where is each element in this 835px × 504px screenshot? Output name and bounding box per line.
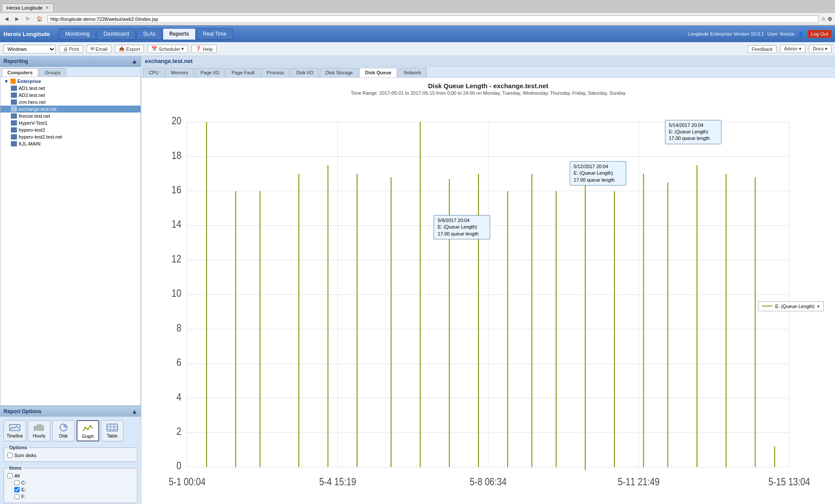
svg-rect-2 [37,425,38,431]
tab-pageio[interactable]: Page I/O [195,68,225,77]
tab-pagefault[interactable]: Page Fault [226,68,260,77]
tab-dashboard[interactable]: Dashboard [97,28,136,40]
graph-icon [82,423,94,433]
star-icon[interactable]: ☆ [821,16,826,22]
computer-list-inner: ▼ Enterprise AD1.test.net AD2.test.net c… [0,77,140,148]
graph-button[interactable]: Graph [77,420,99,441]
scheduler-button[interactable]: 📅 Scheduler ▾ [147,45,188,53]
svg-text:6: 6 [177,357,181,368]
svg-text:0: 0 [177,460,181,472]
home-button[interactable]: 🏠 [34,15,45,23]
app-header: Heroix Longitude Monitoring Dashboard SL… [0,26,835,42]
sidebar-tabs: Computers Groups [0,67,141,76]
tab-groups[interactable]: Groups [39,68,66,76]
email-button[interactable]: ✉ Email [87,45,112,53]
svg-text:16: 16 [172,184,181,196]
help-button[interactable]: ❓ Help [191,45,217,53]
list-item-exchange[interactable]: exchange.test.net [0,106,140,113]
list-item[interactable]: AD2.test.net [0,92,140,99]
list-item[interactable]: hyperv-test2 [0,126,140,133]
breadcrumb: exchange.test.net [145,58,193,64]
scheduler-dropdown-icon: ▾ [181,46,184,52]
tab-memory[interactable]: Memory [165,68,194,77]
chart-area: Disk Queue Length - exchange.test.net Ti… [141,78,835,504]
report-view-buttons: Timeline Hourly Disk [3,420,137,441]
svg-rect-9 [107,424,117,431]
forward-button[interactable]: ▶ [13,15,21,23]
admin-button[interactable]: Admin ▾ [780,45,805,53]
tab-slas[interactable]: SLAs [137,28,162,40]
feedback-button[interactable]: Feedback [748,45,776,53]
f-disk-checkbox[interactable] [14,494,20,499]
sidebar: Reporting ▲ Computers Groups ▼ Enterpris… [0,56,141,504]
sum-disks-label: Sum disks [14,453,37,458]
tab-realtime[interactable]: Real Time [197,28,233,40]
tab-monitoring[interactable]: Monitoring [59,28,96,40]
tab-diskstorage[interactable]: Disk Storage [320,68,358,77]
tab-network[interactable]: Network [398,68,427,77]
hourly-button[interactable]: Hourly [28,420,50,441]
svg-text:18: 18 [172,149,181,161]
report-options-content: Timeline Hourly Disk [0,417,141,504]
content-header: exchange.test.net [141,56,835,66]
help-icon: ❓ [195,46,201,52]
chart-legend: E: (Queue Length) ▾ [758,301,824,311]
list-item[interactable]: AD1.test.net [0,85,140,92]
tab-process[interactable]: Process [261,68,290,77]
all-checkbox[interactable] [7,473,13,478]
svg-text:4: 4 [177,391,181,403]
print-button[interactable]: 🖨 Print [59,45,83,53]
list-item[interactable]: hyperv-test2.test.net [0,133,140,140]
svg-text:5-8 06:34: 5-8 06:34 [470,476,507,488]
svg-text:10: 10 [172,288,181,299]
tab-reports[interactable]: Reports [163,28,195,40]
list-item[interactable]: HyperV-Test1 [0,119,140,126]
computer-icon [11,106,17,112]
export-button[interactable]: 📤 Export [115,45,144,53]
disk-button[interactable]: Disk [52,420,75,441]
address-bar: ◀ ▶ ↻ 🏠 ☆ ⚙ [0,13,835,25]
nav-tabs: Monitoring Dashboard SLAs Reports Real T… [59,28,688,40]
logout-button[interactable]: Log Out [808,30,832,38]
docs-button[interactable]: Docs ▾ [809,45,832,53]
url-input[interactable] [47,15,818,23]
computer-list: ▼ Enterprise AD1.test.net AD2.test.net c… [0,76,141,406]
svg-text:14: 14 [172,219,181,230]
list-item[interactable]: crm.hero.net [0,99,140,106]
computer-item-enterprise[interactable]: ▼ Enterprise [0,78,140,85]
back-button[interactable]: ◀ [3,15,10,23]
export-icon: 📤 [119,46,125,52]
os-dropdown[interactable]: Windows [3,45,56,53]
tab-diskqueue[interactable]: Disk Queue [359,68,397,77]
tab-close-button[interactable]: ✕ [45,5,49,10]
header-right: Longitude Enterprise Version 10.0.1 User… [688,30,832,38]
timeline-button[interactable]: Timeline [3,420,26,441]
list-item[interactable]: firenze.test.net [0,113,140,119]
table-icon [106,422,118,433]
computer-icon [11,113,17,119]
refresh-button[interactable]: ↻ [23,15,32,23]
legend-dropdown-icon[interactable]: ▾ [817,303,820,309]
sidebar-collapse-button[interactable]: ▲ [131,58,137,65]
e-disk-row: E: [14,486,134,493]
items-legend: Items [7,465,23,471]
app-logo: Heroix Longitude [3,31,50,37]
svg-text:12: 12 [172,253,181,265]
tab-cpu[interactable]: CPU [143,68,164,77]
items-fieldset: Items All C: E: F: [3,465,137,503]
tab-computers[interactable]: Computers [2,68,38,76]
report-options-collapse-button[interactable]: ▲ [131,408,137,415]
chart-svg: .chart-line { stroke: #c0ccd8; stroke-wi… [148,99,828,504]
c-disk-checkbox[interactable] [14,480,20,485]
computer-icon [11,127,17,133]
tab-diskio[interactable]: Disk I/O [291,68,319,77]
computer-icon [11,141,17,146]
svg-text:5-1 00:04: 5-1 00:04 [169,476,206,488]
list-item[interactable]: KJL-MAIN [0,140,140,147]
table-button[interactable]: Table [101,420,124,441]
admin-dropdown-icon: ▾ [799,46,802,51]
e-disk-checkbox[interactable] [14,487,20,492]
svg-text:5-15 13:04: 5-15 13:04 [768,476,810,488]
settings-icon[interactable]: ⚙ [828,16,832,22]
sum-disks-checkbox[interactable] [7,453,13,458]
